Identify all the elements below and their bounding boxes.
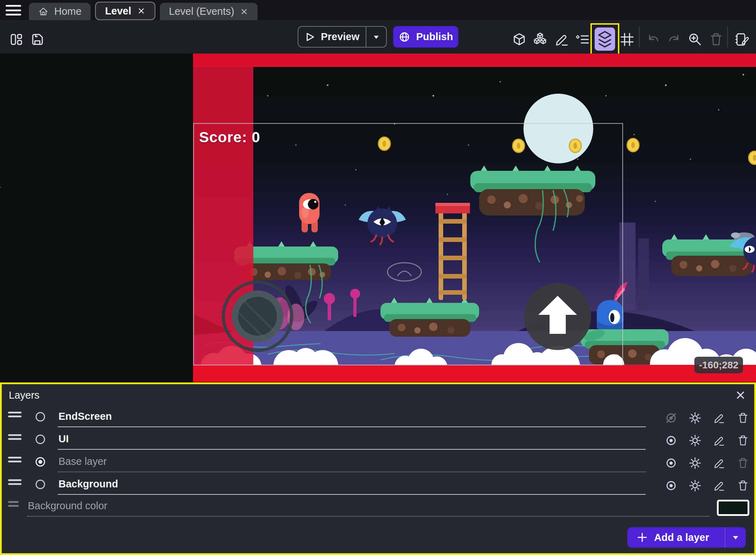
pencil-icon[interactable]	[713, 457, 725, 469]
add-layer-dropdown-button[interactable]	[725, 527, 746, 548]
layers-icon	[596, 29, 614, 49]
toolbar-divider	[639, 26, 640, 48]
instances-list-icon[interactable]	[575, 32, 590, 47]
dashboard-icon[interactable]	[8, 32, 24, 47]
joystick-control[interactable]	[223, 282, 292, 350]
tab-level-label: Level	[105, 5, 131, 17]
zoom-in-icon[interactable]	[687, 32, 703, 47]
plus-icon	[637, 532, 648, 543]
menu-icon[interactable]	[6, 5, 21, 15]
undo-icon[interactable]	[645, 32, 661, 47]
layer-row-base-layer: Base layer	[2, 450, 754, 472]
trash-icon[interactable]	[737, 434, 749, 447]
cursor-coordinates-badge: -160;282	[694, 357, 743, 373]
tab-home-label: Home	[54, 6, 81, 17]
jump-button[interactable]	[524, 283, 591, 350]
drag-handle-icon[interactable]	[8, 432, 21, 442]
add-layer-label: Add a layer	[654, 532, 709, 543]
chevron-down-icon	[731, 532, 740, 542]
publish-button[interactable]: Publish	[393, 26, 458, 48]
publish-label: Publish	[416, 31, 453, 43]
close-icon[interactable]	[735, 389, 746, 401]
drag-handle-icon[interactable]	[8, 477, 21, 487]
pencil-icon[interactable]	[713, 412, 725, 424]
drag-handle-icon[interactable]	[8, 410, 21, 419]
eye-icon[interactable]	[665, 479, 677, 492]
tab-bar: Home Level Level (Events)	[0, 0, 756, 20]
redo-icon[interactable]	[667, 32, 682, 47]
island-center[interactable]	[380, 298, 479, 337]
trash-icon[interactable]	[737, 479, 749, 492]
toolbar-divider	[727, 26, 728, 48]
eye-off-icon[interactable]	[665, 412, 677, 424]
pencil-icon[interactable]	[713, 479, 725, 492]
layers-panel-title: Layers	[9, 389, 39, 401]
close-icon[interactable]	[240, 7, 248, 16]
trash-icon[interactable]	[708, 32, 724, 47]
save-icon[interactable]	[30, 32, 45, 47]
layers-tool-button[interactable]	[595, 27, 615, 51]
objects-cube-icon[interactable]	[512, 32, 527, 47]
score-hud-text: Score: 0	[199, 129, 260, 146]
layer-name-field[interactable]: Base layer	[58, 456, 646, 472]
trash-icon	[737, 457, 749, 469]
edit-pencil-icon[interactable]	[554, 32, 569, 47]
layer-name-field[interactable]: Background	[58, 478, 646, 495]
empty-canvas-area	[0, 54, 193, 382]
eye-icon[interactable]	[665, 457, 677, 469]
background-color-swatch[interactable]	[717, 500, 749, 516]
gdevelop-editor: { "tabs": { "home_label": "Home", "level…	[0, 0, 756, 555]
red-bottom-band	[193, 365, 756, 382]
tab-level[interactable]: Level	[95, 2, 155, 20]
house-icon	[38, 6, 49, 17]
object-groups-icon[interactable]	[532, 32, 548, 47]
pencil-icon[interactable]	[713, 434, 725, 447]
sun-effects-icon[interactable]	[689, 412, 701, 424]
preview-button[interactable]: Preview	[298, 26, 387, 48]
layer-name-field[interactable]: UI	[58, 433, 646, 450]
eye-icon[interactable]	[665, 434, 677, 447]
layer-select-radio[interactable]	[36, 412, 45, 422]
layer-select-radio[interactable]	[36, 480, 45, 489]
layer-name-field[interactable]: EndScreen	[58, 411, 646, 427]
drag-handle-icon	[8, 499, 19, 509]
layer-row-endscreen: EndScreen	[2, 405, 754, 427]
globe-icon	[398, 31, 410, 43]
sun-effects-icon[interactable]	[689, 479, 701, 492]
preview-dropdown-button[interactable]	[366, 27, 386, 47]
layer-rows: EndScreen UI Base layer	[2, 405, 754, 517]
game-scene	[0, 54, 756, 382]
chevron-down-icon	[372, 32, 381, 42]
close-icon[interactable]	[137, 7, 145, 15]
preview-label: Preview	[321, 31, 360, 43]
moon[interactable]	[523, 94, 593, 163]
background-color-label: Background color	[27, 500, 709, 517]
sun-effects-icon[interactable]	[689, 434, 701, 447]
layer-select-radio[interactable]	[36, 435, 45, 444]
play-icon	[305, 32, 315, 42]
tab-home[interactable]: Home	[29, 3, 91, 20]
notebook-edit-icon[interactable]	[734, 32, 750, 47]
trash-icon[interactable]	[737, 412, 749, 424]
layer-row-background: Background	[2, 472, 754, 495]
grid-icon[interactable]	[619, 32, 635, 47]
tab-level-events[interactable]: Level (Events)	[160, 3, 258, 20]
toolbar: Preview Publish	[0, 20, 756, 54]
scene-editor-canvas[interactable]: Score: 0 -160;282	[0, 54, 756, 382]
background-color-row: Background color	[2, 495, 754, 517]
add-layer-button[interactable]: Add a layer	[627, 527, 746, 548]
layer-select-radio[interactable]	[36, 457, 45, 467]
drag-handle-icon[interactable]	[8, 455, 21, 464]
sun-effects-icon[interactable]	[689, 457, 701, 469]
layers-panel: Layers EndScreen UI	[0, 382, 756, 555]
tab-level-events-label: Level (Events)	[169, 6, 234, 17]
red-top-band	[193, 54, 756, 67]
layer-row-ui: UI	[2, 427, 754, 450]
